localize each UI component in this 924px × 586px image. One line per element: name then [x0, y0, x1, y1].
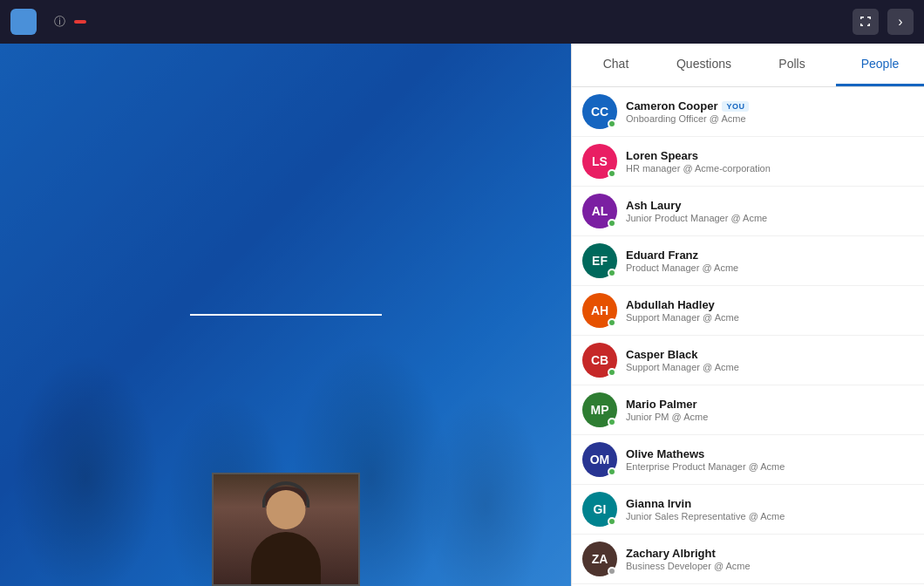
person-info: Ash Laury Junior Product Manager @ Acme: [626, 199, 914, 223]
person-role: Onboarding Officer @ Acme: [626, 113, 914, 124]
person-role: Junior Sales Representative @ Acme: [626, 511, 914, 521]
person-name: Mario Palmer: [626, 398, 914, 411]
person-name: Eduard Franz: [626, 249, 914, 262]
online-status-dot: [608, 567, 616, 576]
you-badge: YOU: [722, 101, 749, 112]
avatar-wrap: ZA: [582, 542, 617, 576]
avatar-wrap: OM: [582, 442, 617, 477]
main-area: Chat Questions Polls People CC Cameron C…: [0, 44, 924, 586]
online-status-dot: [608, 119, 616, 128]
panel-right: Chat Questions Polls People CC Cameron C…: [571, 44, 924, 586]
app-icon: [10, 9, 37, 35]
person-role: Enterprise Product Manager @ Acme: [626, 461, 914, 472]
person-item[interactable]: MP Mario Palmer Junior PM @ Acme: [572, 385, 924, 435]
video-main: [0, 44, 571, 586]
online-status-dot: [608, 219, 616, 228]
person-role: Business Developer @ Acme: [626, 561, 914, 571]
expand-button[interactable]: [853, 9, 879, 35]
live-badge: [74, 20, 86, 24]
avatar-wrap: MP: [582, 392, 617, 427]
avatar-wrap: EF: [582, 243, 617, 278]
person-info: Abdullah Hadley Support Manager @ Acme: [626, 298, 914, 323]
online-status-dot: [608, 467, 616, 476]
person-name: Loren Spears: [626, 149, 914, 162]
person-item[interactable]: GI Gianna Irvin Junior Sales Representat…: [572, 485, 924, 535]
online-status-dot: [608, 318, 616, 327]
person-head: [266, 490, 305, 529]
online-status-dot: [608, 517, 616, 526]
people-list: CC Cameron Cooper YOU Onboarding Officer…: [572, 87, 924, 586]
person-info: Mario Palmer Junior PM @ Acme: [626, 398, 914, 422]
person-name: Zachary Albright: [626, 547, 914, 560]
person-info: Gianna Irvin Junior Sales Representative…: [626, 497, 914, 521]
person-name: Casper Black: [626, 348, 914, 361]
person-role: Support Manager @ Acme: [626, 312, 914, 323]
tabs: Chat Questions Polls People: [572, 44, 924, 87]
person-info: Cameron Cooper YOU Onboarding Officer @ …: [626, 99, 914, 124]
tab-polls[interactable]: Polls: [748, 44, 836, 86]
video-thumbnail: [212, 473, 360, 586]
person-body: [251, 532, 321, 584]
person-name: Abdullah Hadley: [626, 298, 914, 311]
person-info: Casper Black Support Manager @ Acme: [626, 348, 914, 372]
person-item[interactable]: LS Loren Spears HR manager @ Acme-corpor…: [572, 137, 924, 187]
person-name: Ash Laury: [626, 199, 914, 212]
person-role: Junior Product Manager @ Acme: [626, 213, 914, 223]
online-status-dot: [608, 269, 616, 277]
person-item[interactable]: ZA Zachary Albright Business Developer @…: [572, 535, 924, 584]
person-item[interactable]: CC Cameron Cooper YOU Onboarding Officer…: [572, 87, 924, 137]
person-item[interactable]: EF Eduard Franz Product Manager @ Acme: [572, 236, 924, 286]
person-role: Junior PM @ Acme: [626, 412, 914, 422]
avatar-wrap: GI: [582, 492, 617, 527]
top-bar: ⓘ ›: [0, 0, 924, 44]
person-item[interactable]: AH Abdullah Hadley Support Manager @ Acm…: [572, 286, 924, 336]
avatar-wrap: AH: [582, 293, 617, 328]
person-item[interactable]: AL Ash Laury Junior Product Manager @ Ac…: [572, 187, 924, 236]
online-status-dot: [608, 368, 616, 377]
info-icon[interactable]: ⓘ: [54, 14, 65, 30]
avatar-wrap: CB: [582, 343, 617, 378]
avatar-wrap: LS: [582, 144, 617, 179]
tab-people[interactable]: People: [836, 44, 924, 86]
person-name: Olive Mathews: [626, 447, 914, 460]
online-status-dot: [608, 418, 616, 426]
person-item[interactable]: CB Casper Black Support Manager @ Acme: [572, 336, 924, 385]
online-status-dot: [608, 169, 616, 178]
avatar-wrap: CC: [582, 94, 617, 129]
person-role: HR manager @ Acme-corporation: [626, 163, 914, 174]
video-divider: [190, 314, 382, 316]
person-role: Product Manager @ Acme: [626, 262, 914, 273]
person-info: Zachary Albright Business Developer @ Ac…: [626, 547, 914, 571]
person-role: Support Manager @ Acme: [626, 362, 914, 372]
video-panel: [0, 44, 571, 586]
person-item[interactable]: OM Olive Mathews Enterprise Product Mana…: [572, 435, 924, 485]
next-button[interactable]: ›: [887, 9, 914, 35]
person-name: Cameron Cooper YOU: [626, 99, 914, 112]
person-name: Gianna Irvin: [626, 497, 914, 510]
person-info: Eduard Franz Product Manager @ Acme: [626, 249, 914, 273]
person-info: Loren Spears HR manager @ Acme-corporati…: [626, 149, 914, 174]
person-info: Olive Mathews Enterprise Product Manager…: [626, 447, 914, 472]
tab-questions[interactable]: Questions: [660, 44, 748, 86]
tab-chat[interactable]: Chat: [572, 44, 660, 86]
thumbnail-person: [214, 474, 358, 584]
avatar-wrap: AL: [582, 194, 617, 228]
